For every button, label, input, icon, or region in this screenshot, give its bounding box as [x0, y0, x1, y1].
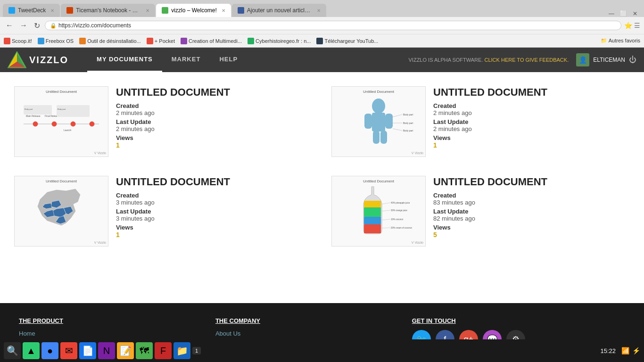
bookmark-pocket[interactable]: + Pocket — [147, 38, 175, 44]
tab-close-icon[interactable]: ✕ — [222, 8, 225, 13]
gmail-taskbar-icon[interactable]: ✉ — [60, 342, 77, 359]
bookmark-icon — [4, 38, 10, 44]
doc-thumbnail-4[interactable]: Untitled Document 40% pineapple juice 30… — [331, 176, 426, 247]
app-header: VIZZLO MY DOCUMENTS MARKET HELP VIZZLO I… — [0, 48, 644, 72]
doc-title-1[interactable]: UNTITLED DOCUMENT — [116, 86, 313, 99]
bookmark-icon — [316, 38, 323, 44]
nav-tab-help[interactable]: HELP — [210, 48, 247, 72]
nav-tab-market[interactable]: MARKET — [162, 48, 210, 72]
svg-text:Body part: Body part — [25, 108, 33, 110]
svg-text:Body part: Body part — [58, 108, 66, 110]
map-thumbnail — [19, 185, 104, 237]
doc-info-1: UNTITLED DOCUMENT Created 2 minutes ago … — [116, 86, 313, 149]
doc-thumbnail-2[interactable]: Untitled Document Body part Body part Bo… — [331, 86, 426, 157]
address-text: https://vizzlo.com/documents — [58, 22, 131, 29]
taskbar-badge: 1 — [192, 347, 201, 354]
bookmark-autres[interactable]: 📁 Autres favoris — [601, 38, 640, 44]
logout-icon[interactable]: ⏻ — [629, 56, 636, 64]
vizzlo-watermark: V Vizzlo — [94, 241, 106, 244]
bookmark-youtube[interactable]: Téléchargeur YouTub... — [316, 38, 378, 44]
chrome-taskbar-icon[interactable]: ● — [41, 342, 58, 359]
doc-title-4[interactable]: UNTITLED DOCUMENT — [433, 176, 630, 188]
files-taskbar-icon[interactable]: 📁 — [173, 342, 190, 359]
feedly-taskbar-icon[interactable]: F — [155, 342, 172, 359]
thumb-title-label: Untitled Document — [363, 90, 394, 94]
svg-line-43 — [381, 219, 390, 220]
reload-button[interactable]: ↻ — [32, 20, 42, 31]
doc-card-1: Untitled Document Main Release Final Rel… — [14, 82, 313, 162]
feedback-link[interactable]: CLICK HERE TO GIVE FEEDBACK. — [485, 57, 569, 63]
drive-taskbar-icon[interactable]: ▲ — [23, 342, 40, 359]
thumb-title-label: Untitled Document — [363, 179, 394, 183]
forward-button[interactable]: → — [18, 20, 29, 31]
restore-button[interactable]: ⬜ — [620, 10, 627, 17]
tab-label: Ticeman's Notebook - Mic... — [76, 7, 141, 14]
footer-link-home[interactable]: Home — [19, 330, 197, 337]
alpha-banner: VIZZLO IS ALPHA SOFTWARE. CLICK HERE TO … — [409, 57, 569, 63]
close-button[interactable]: ✕ — [633, 10, 637, 17]
nav-tab-my-documents[interactable]: MY DOCUMENTS — [87, 48, 162, 72]
timeline-thumbnail: Main Release Final Release Candidate Lau… — [19, 96, 104, 148]
svg-point-16 — [372, 99, 385, 114]
documents-grid: Untitled Document Main Release Final Rel… — [14, 82, 630, 251]
tab-label: vizzlo – Welcome! — [171, 7, 216, 14]
network-icon: 📶 — [621, 347, 629, 354]
svg-point-5 — [33, 122, 38, 126]
extensions-area: ⭐ ☰ — [624, 22, 640, 29]
logo-text: VIZZLO — [29, 55, 68, 66]
tab-close-icon[interactable]: ✕ — [317, 8, 321, 13]
maps-taskbar-icon[interactable]: 🗺 — [136, 342, 153, 359]
svg-rect-36 — [364, 207, 381, 217]
tab-favicon — [162, 7, 168, 14]
address-bar-row: ← → ↻ 🔒 https://vizzlo.com/documents ⭐ ☰ — [0, 17, 644, 34]
svg-text:10% coconut: 10% coconut — [391, 218, 404, 221]
tab-label: TweetDeck — [18, 7, 46, 14]
tab-tweetdeck[interactable]: TweetDeck ✕ — [3, 4, 60, 17]
tab-favicon — [8, 7, 15, 14]
svg-line-41 — [381, 210, 390, 211]
svg-line-45 — [381, 228, 390, 228]
tab-close-icon[interactable]: ✕ — [146, 8, 149, 13]
svg-rect-19 — [385, 114, 393, 129]
doc-title-2[interactable]: UNTITLED DOCUMENT — [433, 86, 630, 99]
back-button[interactable]: ← — [4, 20, 15, 31]
minimize-button[interactable]: — — [609, 10, 614, 17]
svg-text:Body part: Body part — [403, 129, 413, 132]
search-taskbar-button[interactable]: 🔍 — [4, 342, 21, 359]
keepnotes-taskbar-icon[interactable]: 📝 — [117, 342, 134, 359]
thumb-title-label: Untitled Document — [46, 90, 77, 94]
doc-title-3[interactable]: UNTITLED DOCUMENT — [116, 176, 313, 188]
footer-company-title: THE COMPANY — [215, 317, 393, 324]
vizzlo-watermark: V Vizzlo — [94, 151, 106, 155]
bookmark-scoopit[interactable]: Scoop.it! — [4, 38, 32, 44]
thumb-title-label: Untitled Document — [46, 179, 77, 183]
bookmark-freebox[interactable]: Freebox OS — [38, 38, 74, 44]
doc-thumbnail-3[interactable]: Untitled Document V Vizzlo — [14, 176, 108, 247]
bookmark-outil[interactable]: Outil de désinstallatio... — [79, 38, 141, 44]
doc-thumbnail-1[interactable]: Untitled Document Main Release Final Rel… — [14, 86, 108, 157]
bookmark-icon — [181, 38, 187, 44]
tab-ajouter[interactable]: Ajouter un nouvel article... ✕ — [232, 4, 326, 17]
doc-card-3: Untitled Document V Vizzlo UNTITLED DOCU… — [14, 171, 313, 251]
taskbar: 🔍 ▲ ● ✉ 📄 N 📝 🗺 F 📁 1 15:22 📶 ⚡ — [0, 339, 644, 362]
doc-info-4: UNTITLED DOCUMENT Created 83 minutes ago… — [433, 176, 630, 239]
bookmark-cyber[interactable]: Cyberhistoiregeo.fr : n... — [248, 38, 311, 44]
svg-line-22 — [393, 115, 402, 117]
svg-text:20% cream of coconut: 20% cream of coconut — [391, 227, 413, 229]
svg-rect-18 — [364, 114, 372, 129]
lock-icon: 🔒 — [50, 23, 57, 29]
bookmark-creation[interactable]: Creation of Multimedi... — [181, 38, 242, 44]
tab-bar: TweetDeck ✕ Ticeman's Notebook - Mic... … — [0, 0, 644, 17]
svg-rect-37 — [364, 217, 381, 224]
svg-point-6 — [52, 122, 57, 126]
onenote-taskbar-icon[interactable]: N — [98, 342, 115, 359]
address-bar[interactable]: 🔒 https://vizzlo.com/documents — [45, 21, 621, 30]
tab-close-icon[interactable]: ✕ — [50, 8, 54, 13]
docs-taskbar-icon[interactable]: 📄 — [79, 342, 96, 359]
footer-link-about[interactable]: About Us — [215, 330, 393, 337]
avatar: 👤 — [576, 53, 589, 66]
tab-ticeman[interactable]: Ticeman's Notebook - Mic... ✕ — [61, 4, 155, 17]
doc-info-2: UNTITLED DOCUMENT Created 2 minutes ago … — [433, 86, 630, 149]
bookmark-icon — [248, 38, 254, 44]
tab-vizzlo[interactable]: vizzlo – Welcome! ✕ — [156, 4, 231, 17]
